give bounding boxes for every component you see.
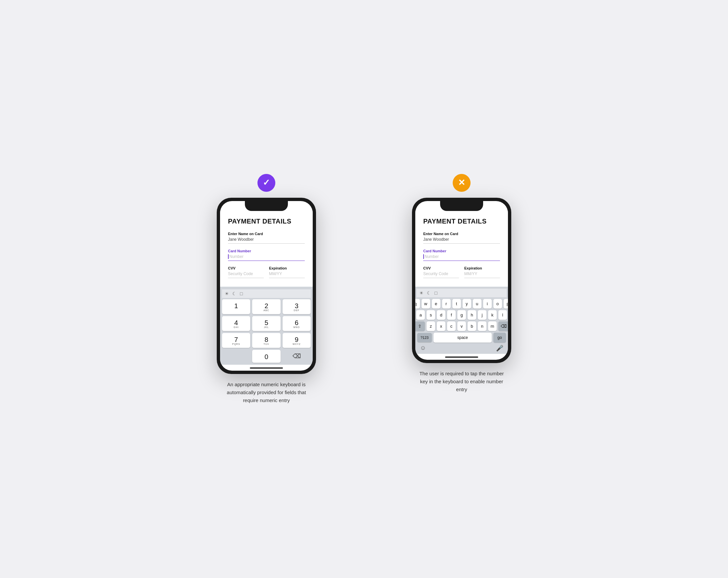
key-c[interactable]: c: [447, 322, 456, 331]
key-a[interactable]: a: [416, 310, 425, 320]
key-f[interactable]: f: [447, 310, 456, 320]
key-s[interactable]: s: [426, 310, 435, 320]
moon-icon-wrong: ☾: [427, 290, 431, 296]
key-q[interactable]: q: [415, 299, 420, 308]
key-i[interactable]: i: [483, 299, 492, 308]
correct-name-section: Enter Name on Card Jane Woodber: [228, 232, 305, 244]
wrong-example: ✕ PAYMENT DETAILS Enter Name on Card Jan…: [377, 174, 546, 393]
phone-notch-correct: [245, 201, 288, 211]
wrong-badge: ✕: [453, 174, 471, 192]
key-w[interactable]: w: [422, 299, 430, 308]
alpha-row-1: q w e r t y u i o p: [417, 299, 506, 308]
correct-cvv-section: CVV Security Code: [228, 266, 264, 278]
key-x[interactable]: x: [437, 322, 445, 331]
wrong-card-input[interactable]: Number: [423, 254, 500, 261]
key-j[interactable]: j: [478, 310, 487, 320]
key-z[interactable]: z: [426, 322, 435, 331]
num-key-1[interactable]: 1: [222, 299, 250, 314]
numeric-keyboard: ☀ ☾ □ 1 2ABC 3DEF 4GHI 5JKL 6MNO 7PQRS 8…: [220, 287, 313, 365]
nums-key[interactable]: ?123: [417, 333, 432, 342]
num-key-9[interactable]: 9WXYZ: [283, 333, 311, 348]
shift-key[interactable]: ⇧: [415, 322, 425, 331]
key-u[interactable]: u: [473, 299, 482, 308]
correct-two-col: CVV Security Code Expiration MM/YY: [228, 266, 305, 283]
wrong-exp-section: Expiration MM/YY: [464, 266, 500, 278]
correct-cvv-placeholder: Security Code: [228, 272, 264, 278]
key-t[interactable]: t: [452, 299, 461, 308]
key-p[interactable]: p: [504, 299, 508, 308]
key-r[interactable]: r: [442, 299, 451, 308]
wrong-phone-frame: PAYMENT DETAILS Enter Name on Card Jane …: [412, 198, 511, 363]
copy-icon: □: [240, 291, 242, 296]
num-key-7[interactable]: 7PQRS: [222, 333, 250, 348]
delete-key[interactable]: ⌫: [498, 322, 508, 331]
correct-icon: ✓: [263, 177, 270, 188]
key-h[interactable]: h: [468, 310, 476, 320]
correct-example: ✓ PAYMENT DETAILS Enter Name on Card Jan…: [182, 174, 351, 405]
go-key[interactable]: go: [493, 333, 506, 342]
key-m[interactable]: m: [488, 322, 497, 331]
space-key[interactable]: space: [434, 333, 492, 342]
wrong-cvv-label: CVV: [423, 266, 459, 270]
num-key-5[interactable]: 5JKL: [252, 316, 280, 331]
wrong-two-col: CVV Security Code Expiration MM/YY: [423, 266, 500, 283]
wrong-exp-label: Expiration: [464, 266, 500, 270]
key-b[interactable]: b: [468, 322, 476, 331]
delete-icon: ⌫: [292, 353, 301, 360]
phone-notch-wrong: [440, 201, 483, 211]
correct-exp-section: Expiration MM/YY: [269, 266, 305, 278]
correct-title: PAYMENT DETAILS: [228, 218, 305, 225]
num-key-3[interactable]: 3DEF: [283, 299, 311, 314]
keyboard-toolbar-correct: ☀ ☾ □: [222, 289, 311, 298]
key-l[interactable]: l: [498, 310, 507, 320]
copy-icon-wrong: □: [435, 290, 437, 296]
wrong-caption: The user is required to tap the number k…: [415, 370, 508, 393]
correct-card-section: Card Number Number: [228, 249, 305, 261]
correct-card-input[interactable]: Number: [228, 254, 305, 261]
key-n[interactable]: n: [478, 322, 487, 331]
num-key-2[interactable]: 2ABC: [252, 299, 280, 314]
emoji-row: ☺ 🎤: [417, 342, 506, 353]
key-g[interactable]: g: [457, 310, 466, 320]
num-grid: 1 2ABC 3DEF 4GHI 5JKL 6MNO 7PQRS 8TUV 9W…: [222, 299, 311, 348]
cursor-correct: [228, 254, 229, 259]
num-bottom-row: 0 ⌫: [222, 350, 311, 363]
correct-card-label: Card Number: [228, 249, 305, 253]
num-key-8[interactable]: 8TUV: [252, 333, 280, 348]
wrong-title: PAYMENT DETAILS: [423, 218, 500, 225]
alpha-bottom-row: ?123 space go: [417, 333, 506, 342]
page-container: ✓ PAYMENT DETAILS Enter Name on Card Jan…: [182, 174, 546, 405]
alpha-keyboard: ☀ ☾ □ q w e r t y u i o: [415, 287, 508, 354]
key-k[interactable]: k: [488, 310, 497, 320]
alpha-row-3: ⇧ z x c v b n m ⌫: [417, 322, 506, 331]
home-bar-wrong: [445, 356, 478, 358]
key-e[interactable]: e: [432, 299, 440, 308]
wrong-phone-inner: PAYMENT DETAILS Enter Name on Card Jane …: [415, 201, 508, 360]
key-y[interactable]: y: [463, 299, 471, 308]
correct-badge: ✓: [257, 174, 275, 192]
wrong-card-section: Card Number Number: [423, 249, 500, 261]
correct-name-value: Jane Woodber: [228, 237, 305, 244]
correct-phone-frame: PAYMENT DETAILS Enter Name on Card Jane …: [217, 198, 316, 374]
num-key-6[interactable]: 6MNO: [283, 316, 311, 331]
correct-exp-placeholder: MM/YY: [269, 272, 305, 278]
mic-icon[interactable]: 🎤: [496, 345, 503, 352]
wrong-name-label: Enter Name on Card: [423, 232, 500, 236]
wrong-exp-placeholder: MM/YY: [464, 272, 500, 278]
num-key-0[interactable]: 0: [252, 350, 280, 363]
wrong-card-label: Card Number: [423, 249, 500, 253]
num-key-empty: [222, 350, 250, 363]
correct-phone-inner: PAYMENT DETAILS Enter Name on Card Jane …: [220, 201, 313, 371]
moon-icon: ☾: [232, 291, 237, 296]
keyboard-toolbar-wrong: ☀ ☾ □: [417, 289, 506, 297]
home-bar-correct: [250, 367, 283, 369]
emoji-icon[interactable]: ☺: [420, 345, 426, 352]
key-d[interactable]: d: [437, 310, 445, 320]
num-key-del[interactable]: ⌫: [283, 350, 311, 363]
wrong-icon: ✕: [458, 177, 465, 188]
key-o[interactable]: o: [493, 299, 502, 308]
key-v[interactable]: v: [457, 322, 466, 331]
wrong-screen: PAYMENT DETAILS Enter Name on Card Jane …: [415, 211, 508, 287]
correct-exp-label: Expiration: [269, 266, 305, 270]
num-key-4[interactable]: 4GHI: [222, 316, 250, 331]
